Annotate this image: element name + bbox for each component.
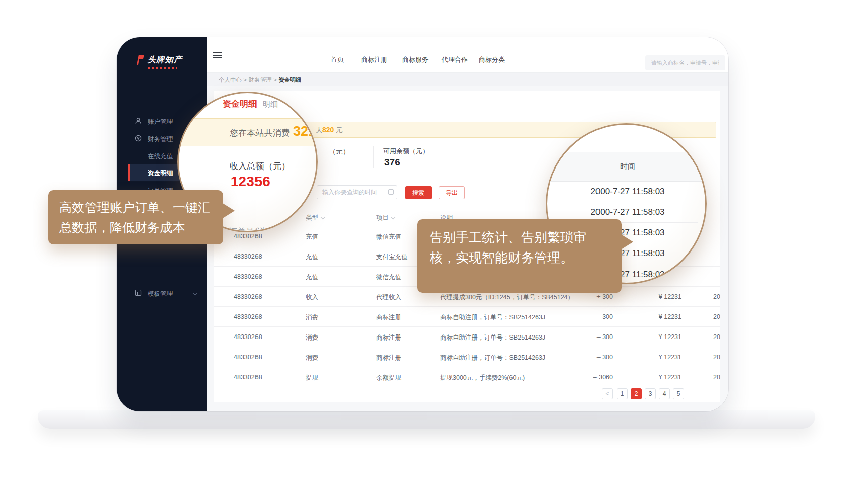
logo-text: 头牌知产 <box>148 55 182 65</box>
callout-arrow-icon <box>223 203 235 218</box>
pagination-page-1[interactable]: 1 <box>617 388 628 399</box>
chevron-down-icon <box>193 291 198 296</box>
user-icon <box>135 117 142 124</box>
finance-icon <box>135 135 142 142</box>
cell-order: 48330268 <box>234 374 262 381</box>
cell-project: 微信充值 <box>376 233 401 241</box>
nav-trademark-register[interactable]: 商标注册 <box>361 55 387 64</box>
cell-time: 2000-7-27 11:58:03 <box>713 313 720 320</box>
banner-partial-glyph: 大 <box>316 126 322 134</box>
cell-order: 48330268 <box>234 233 262 240</box>
sidebar-item-label: 在线充值 <box>148 152 173 161</box>
calendar-icon[interactable] <box>388 189 394 195</box>
breadcrumb-level2[interactable]: 财务管理 <box>248 77 272 83</box>
cell-balance: ¥ 12231 <box>632 313 681 320</box>
cell-order: 48330268 <box>234 253 262 260</box>
lens-tab-active: 资金明细 <box>223 98 257 110</box>
cell-project: 商标注册 <box>376 313 401 322</box>
cell-type: 收入 <box>306 293 318 302</box>
lens-banner-prefix: 您在本站共消费 <box>230 127 290 139</box>
cell-project: 微信充值 <box>376 273 401 282</box>
cell-time: 2000-7-27 11:58:03 <box>713 293 720 300</box>
banner-tail-text: 大820 元 <box>316 122 343 137</box>
col-project-header[interactable]: 项目 <box>376 214 395 222</box>
lens-income-label: 收入总额（元） <box>230 160 290 172</box>
cell-project: 商标注册 <box>376 333 401 342</box>
cell-type: 充值 <box>306 233 318 241</box>
sort-chevron-icon <box>321 215 325 219</box>
table-row: 48330268 消费 商标注册 商标自助注册，订单号：SB2514263J –… <box>214 327 720 347</box>
callout-arrow-icon <box>621 234 633 249</box>
cell-order: 48330268 <box>234 354 262 361</box>
cell-desc: 代理提成300元（ID:1245，订单号：SB45124） <box>440 293 574 302</box>
stats-divider <box>373 146 374 168</box>
laptop-base <box>38 410 815 429</box>
cell-balance: ¥ 12231 <box>632 374 681 381</box>
breadcrumb: 个人中心 > 财务管理 > 资金明细 <box>219 76 301 84</box>
cell-project: 余额提现 <box>376 374 401 382</box>
cell-amount: – 300 <box>563 354 613 361</box>
cell-balance: ¥ 12231 <box>632 333 681 341</box>
logo-icon <box>135 54 145 65</box>
cell-type: 充值 <box>306 253 318 262</box>
pagination-page-2-active[interactable]: 2 <box>631 388 642 399</box>
sidebar-item-label: 财务管理 <box>148 135 173 144</box>
nav-home[interactable]: 首页 <box>331 55 344 64</box>
cell-order: 48330268 <box>234 293 262 300</box>
callout-left: 高效管理账户订单、一键汇总数据，降低财务成本 <box>48 190 223 244</box>
cell-order: 48330268 <box>234 273 262 280</box>
cell-project: 代理收入 <box>376 293 401 302</box>
sidebar-item-templates[interactable]: 模板管理 <box>117 286 207 301</box>
pagination-page-5[interactable]: 5 <box>673 388 684 399</box>
balance-label: 可用余额（元） <box>383 147 429 156</box>
pagination-prev[interactable]: < <box>602 388 613 399</box>
cell-type: 消费 <box>306 313 318 322</box>
cell-order: 48330268 <box>234 333 262 341</box>
nav-trademark-category[interactable]: 商标分类 <box>479 55 505 64</box>
lens-tab-partial: 明细 <box>263 100 278 109</box>
callout-right: 告别手工统计、告别繁琐审核，实现智能财务管理。 <box>417 219 622 293</box>
cell-desc: 商标自助注册，订单号：SB2514263J <box>440 354 545 362</box>
nav-trademark-service[interactable]: 商标服务 <box>402 55 429 64</box>
cell-desc: 商标自助注册，订单号：SB2514263J <box>440 313 545 322</box>
pagination-page-4[interactable]: 4 <box>659 388 670 399</box>
cell-balance: ¥ 12231 <box>632 354 681 361</box>
date-query-input[interactable] <box>317 185 397 199</box>
expense-label-partial: （元） <box>329 147 349 156</box>
cell-amount: – 300 <box>563 313 613 320</box>
table-row: 48330268 消费 商标注册 商标自助注册，订单号：SB2514263J –… <box>214 347 720 367</box>
cell-project: 支付宝充值 <box>376 253 408 262</box>
cell-project: 商标注册 <box>376 354 401 362</box>
cell-desc: 商标自助注册，订单号：SB2514263J <box>440 333 545 342</box>
cell-type: 提现 <box>306 374 318 382</box>
cell-time: 2000-7-27 11:58:03 <box>713 354 720 361</box>
cell-balance: ¥ 12231 <box>632 293 681 300</box>
pagination-page-3[interactable]: 3 <box>645 388 656 399</box>
cell-order: 48330268 <box>234 313 262 320</box>
breadcrumb-current: 资金明细 <box>278 77 301 83</box>
callout-left-text: 高效管理账户订单、一键汇总数据，降低财务成本 <box>59 200 210 234</box>
lens-income-value: 12356 <box>231 174 270 190</box>
export-button[interactable]: 导出 <box>439 186 465 199</box>
cell-amount: + 300 <box>563 293 613 300</box>
breadcrumb-separator: > <box>273 77 277 83</box>
search-input[interactable] <box>645 55 725 70</box>
breadcrumb-bar: 个人中心 > 财务管理 > 资金明细 <box>207 73 728 86</box>
col-type-header[interactable]: 类型 <box>306 214 324 222</box>
hamburger-menu-icon[interactable] <box>213 52 222 60</box>
breadcrumb-separator: > <box>243 77 247 83</box>
cell-amount: – 300 <box>563 333 613 341</box>
sidebar-item-funds-detail[interactable]: 资金明细 <box>148 169 173 178</box>
balance-value: 376 <box>384 157 400 168</box>
lens-time-row: 2000-7-27 11:58:03 <box>557 182 698 202</box>
breadcrumb-level1[interactable]: 个人中心 <box>219 77 242 83</box>
search-button[interactable]: 搜索 <box>405 186 432 199</box>
cell-type: 消费 <box>306 333 318 342</box>
sidebar-item-label: 模板管理 <box>148 290 173 298</box>
nav-agent-coop[interactable]: 代理合作 <box>442 55 468 64</box>
banner-unit: 元 <box>334 126 343 134</box>
callout-right-text: 告别手工统计、告别繁琐审核，实现智能财务管理。 <box>430 230 586 265</box>
cell-time: 2000-7-27 11:58:03 <box>713 374 720 381</box>
sort-chevron-icon <box>391 215 395 219</box>
cell-amount: – 3060 <box>563 374 613 381</box>
